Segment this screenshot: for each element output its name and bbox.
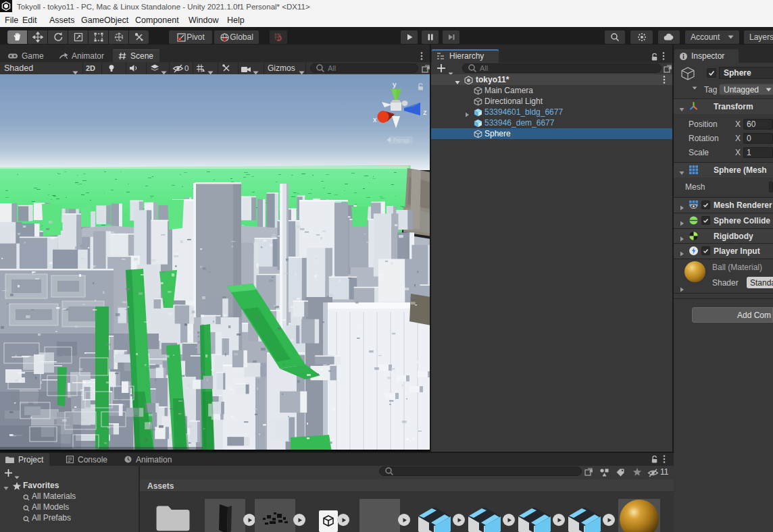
- svg-text:y: y: [393, 80, 397, 88]
- svg-text:Persp: Persp: [393, 137, 409, 144]
- svg-text:x: x: [373, 115, 377, 124]
- svg-text:z: z: [423, 108, 427, 116]
